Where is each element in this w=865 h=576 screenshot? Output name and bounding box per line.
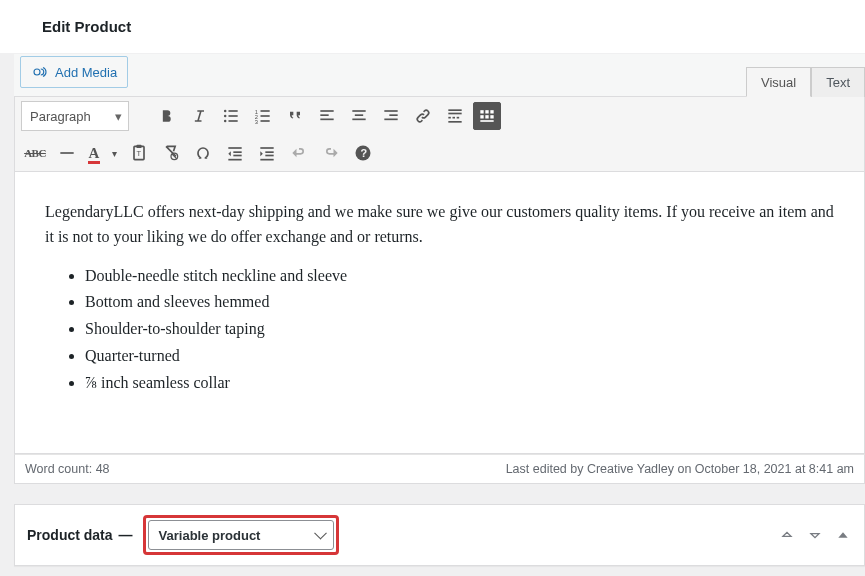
svg-rect-14 [320,114,328,116]
svg-rect-28 [480,110,483,113]
blockquote-button[interactable] [281,102,309,130]
read-more-button[interactable] [441,102,469,130]
italic-button[interactable] [185,102,213,130]
align-right-button[interactable] [377,102,405,130]
svg-rect-8 [261,110,270,112]
tab-visual[interactable]: Visual [746,67,811,97]
help-button[interactable]: ? [349,139,377,167]
content-list: Double-needle stitch neckline and sleeve… [45,264,838,396]
svg-rect-26 [457,117,460,119]
text-color-dropdown[interactable]: ▾ [107,139,121,167]
page-title: Edit Product [0,0,865,54]
product-data-panel: Product data — Variable product [14,504,865,566]
svg-rect-45 [265,151,273,153]
svg-rect-23 [448,113,461,115]
svg-rect-35 [60,152,73,154]
redo-button[interactable] [317,139,345,167]
bold-button[interactable] [153,102,181,130]
outdent-button[interactable] [221,139,249,167]
editor-toolbar: Paragraph 123 ABC A ▾ T ? [14,96,865,172]
svg-rect-18 [352,119,365,121]
svg-rect-32 [485,115,488,118]
svg-rect-15 [320,119,333,121]
last-edited: Last edited by Creative Yadley on Octobe… [506,462,854,476]
align-left-button[interactable] [313,102,341,130]
svg-rect-42 [233,155,241,157]
svg-rect-33 [490,115,493,118]
list-item: Bottom and sleeves hemmed [85,290,838,315]
svg-rect-30 [490,110,493,113]
undo-button[interactable] [285,139,313,167]
toolbar-row-1: Paragraph 123 [15,97,864,135]
add-media-button[interactable]: Add Media [20,56,128,88]
product-data-label: Product data [27,527,113,543]
panel-controls [776,524,854,546]
add-media-label: Add Media [55,65,117,80]
svg-rect-27 [448,121,461,123]
svg-rect-43 [228,159,241,161]
format-label: Paragraph [30,109,91,124]
product-type-value: Variable product [159,528,261,543]
svg-rect-13 [320,110,333,112]
media-icon [31,63,49,81]
svg-rect-6 [229,120,238,122]
horizontal-rule-button[interactable] [53,139,81,167]
svg-rect-21 [384,119,397,121]
svg-rect-12 [261,120,270,122]
panel-move-down[interactable] [804,524,826,546]
svg-rect-25 [453,117,456,119]
svg-text:?: ? [361,147,368,159]
svg-text:3: 3 [255,119,258,125]
text-color-button[interactable]: A [85,139,103,167]
list-item: Shoulder-to-shoulder taping [85,317,838,342]
product-data-header: Product data — Variable product [27,515,339,555]
tab-text[interactable]: Text [811,67,865,97]
svg-rect-46 [265,155,273,157]
svg-rect-19 [384,110,397,112]
svg-rect-2 [229,110,238,112]
format-select[interactable]: Paragraph [21,101,129,131]
svg-point-3 [224,115,227,118]
svg-rect-47 [260,159,273,161]
paste-text-button[interactable]: T [125,139,153,167]
product-type-select[interactable]: Variable product [148,520,334,550]
svg-rect-40 [228,147,241,149]
svg-rect-16 [352,110,365,112]
editor-top-row: Add Media Visual Text [14,54,865,96]
svg-rect-34 [480,120,493,122]
panel-collapse[interactable] [832,524,854,546]
svg-text:T: T [137,149,142,158]
svg-rect-31 [480,115,483,118]
special-char-button[interactable] [189,139,217,167]
link-button[interactable] [409,102,437,130]
indent-button[interactable] [253,139,281,167]
svg-rect-22 [448,109,461,111]
svg-rect-44 [260,147,273,149]
numbered-list-button[interactable]: 123 [249,102,277,130]
toolbar-separator [133,102,149,130]
svg-point-1 [224,110,227,113]
svg-rect-24 [448,117,451,119]
bullet-list-button[interactable] [217,102,245,130]
list-item: Double-needle stitch neckline and sleeve [85,264,838,289]
align-center-button[interactable] [345,102,373,130]
product-type-highlight: Variable product [143,515,339,555]
svg-rect-20 [389,114,397,116]
editor-statusbar: Word count: 48 Last edited by Creative Y… [14,454,865,484]
editor: Add Media Visual Text Paragraph 123 ABC … [14,54,865,484]
list-item: ⅞ inch seamless collar [85,371,838,396]
editor-content[interactable]: LegendaryLLC offers next-day shipping an… [14,172,865,454]
editor-tabs: Visual Text [746,66,865,96]
svg-rect-17 [355,114,363,116]
svg-point-5 [224,120,227,123]
clear-formatting-button[interactable] [157,139,185,167]
panel-move-up[interactable] [776,524,798,546]
strikethrough-button[interactable]: ABC [21,139,49,167]
content-paragraph: LegendaryLLC offers next-day shipping an… [45,200,838,250]
svg-point-0 [34,69,40,75]
svg-rect-10 [261,115,270,117]
toolbar-row-2: ABC A ▾ T ? [15,135,864,171]
product-data-dash: — [119,527,133,543]
svg-rect-41 [233,151,241,153]
toolbar-toggle-button[interactable] [473,102,501,130]
